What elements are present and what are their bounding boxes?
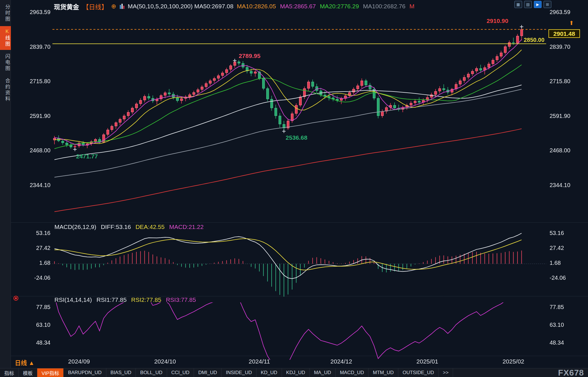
price-axis-label: 2344.10	[28, 182, 50, 188]
price-axis-label: 27.42	[550, 244, 577, 251]
bottom-toolbar: 指标模板VIP指标BARUPDN_UDBIAS_UDBOLL_UDCCI_UDD…	[0, 368, 588, 377]
ma-value-0: MA10:2826.05	[237, 3, 276, 10]
toolbar-tab-OUTSIDE_UD[interactable]: OUTSIDE_UD	[398, 368, 439, 377]
toolbar-tab-CCI_UD[interactable]: CCI_UD	[167, 368, 194, 377]
plus-circle-icon[interactable]: ⊕	[111, 3, 116, 10]
indicator-settings-icon[interactable]	[13, 296, 18, 301]
toolbar-tab-指标[interactable]: 指标	[0, 368, 19, 377]
price-axis-label: -24.06	[550, 274, 577, 281]
price-axis-label: 2468.00	[28, 147, 50, 154]
price-axis-label: 2963.59	[550, 9, 577, 15]
toolbar-tab-MACD_UD[interactable]: MACD_UD	[336, 368, 369, 377]
macd-params: MACD(26,12,9)	[54, 224, 96, 230]
ma-value-1: MA5:2865.67	[280, 3, 316, 10]
sidebar-item-tick-chart[interactable]: 闪电图	[0, 51, 11, 74]
ma-settings-label: MA(50,10,5,20,100,200) MA50:2697.08	[128, 3, 234, 10]
toolbar-tab->>[interactable]: >>	[439, 368, 453, 377]
price-axis-label: 48.34	[550, 339, 577, 346]
price-axis-label: 2715.80	[28, 78, 50, 85]
price-axis-label: 63.10	[550, 321, 577, 328]
ma-values: MA10:2826.05MA5:2865.67MA20:2776.29MA100…	[237, 3, 415, 10]
price-axis-label: 27.42	[28, 244, 50, 251]
toolbar-tab-DMI_UD[interactable]: DMI_UD	[194, 368, 222, 377]
price-axis-label: 2591.90	[28, 112, 50, 119]
toolbar-tab-KDJ_UD[interactable]: KDJ_UD	[282, 368, 310, 377]
macd-macd-value: MACD:21.22	[169, 224, 204, 230]
sidebar-item-contract-info[interactable]: 合约资料	[0, 75, 11, 105]
ma-value-3: MA100:2682.76	[363, 3, 405, 10]
price-annotation: 2789.95	[239, 53, 260, 59]
price-axis-label: 48.34	[28, 339, 50, 346]
time-axis-label: 2024/09	[59, 358, 99, 365]
chart-layout-icons: ▦▤▶⊞	[514, 1, 551, 8]
ma-value-4: M	[409, 3, 415, 10]
price-axis-label: 2591.90	[550, 112, 577, 119]
toolbar-tab-MA_UD[interactable]: MA_UD	[310, 368, 336, 377]
chart-header: 现货黄金 【日线】 ⊕ MA(50,10,5,20,100,200) MA50:…	[54, 2, 415, 11]
rsi1-value: RSI1:77.85	[97, 296, 127, 303]
price-axis-label: 53.16	[550, 230, 577, 236]
period-tag[interactable]: 【日线】	[83, 2, 108, 11]
price-axis-label: 2344.10	[550, 182, 577, 188]
toolbar-tab-MTM_UD[interactable]: MTM_UD	[369, 368, 398, 377]
price-axis-label: 63.10	[28, 321, 50, 328]
price-axis-label: -24.06	[28, 274, 50, 281]
toolbar-tab-BARUPDN_UD[interactable]: BARUPDN_UD	[64, 368, 106, 377]
price-axis-label: 77.85	[550, 304, 577, 310]
price-annotation: 2910.90	[487, 18, 508, 24]
timeframe-selector[interactable]: 日线 ▲	[15, 358, 35, 367]
time-axis-label: 2024/11	[239, 358, 279, 365]
trading-app: 分时图K线图闪电图合约资料 现货黄金 【日线】 ⊕ MA(50,10,5,20,…	[0, 0, 588, 377]
price-axis-label: 77.85	[28, 304, 50, 310]
time-axis-label: 2025/02	[493, 358, 534, 365]
toolbar-tab-KD_UD[interactable]: KD_UD	[256, 368, 282, 377]
play-forward-icon[interactable]: ▶	[534, 1, 542, 8]
price-axis-label: 2715.80	[550, 78, 577, 85]
split-layout-icon[interactable]: ▤	[524, 1, 532, 8]
time-axis-label: 2024/12	[321, 358, 361, 365]
price-line-label: 2850.00	[516, 37, 544, 43]
brand-watermark: FX678	[558, 368, 584, 377]
toolbar-tab-INSIDE_UD[interactable]: INSIDE_UD	[222, 368, 256, 377]
price-annotation: 2536.68	[286, 134, 307, 141]
rsi-params: RSI(14,14,14)	[54, 296, 92, 303]
toolbar-tab-VIP指标[interactable]: VIP指标	[37, 368, 64, 377]
macd-dea-value: DEA:42.55	[136, 224, 165, 230]
toolbar-tab-模板[interactable]: 模板	[19, 368, 37, 377]
rsi-label-row: RSI(14,14,14) RSI1:77.85 RSI2:77.85 RSI3…	[54, 296, 196, 303]
toolbar-tab-BOLL_UD[interactable]: BOLL_UD	[136, 368, 167, 377]
price-axis-label: 1.68	[550, 259, 577, 266]
price-axis-label: 2839.70	[550, 43, 577, 50]
price-annotation: 2471.77	[76, 153, 98, 160]
new-window-icon[interactable]: ⊞	[544, 1, 551, 8]
symbol-name: 现货黄金	[54, 2, 79, 11]
toolbar-tab-BIAS_UD[interactable]: BIAS_UD	[106, 368, 136, 377]
rsi3-value: RSI3:77.85	[166, 296, 196, 303]
chart-canvas[interactable]	[0, 0, 588, 377]
latest-arrow-icon[interactable]: ⬆	[569, 20, 574, 26]
last-price-tag: 2901.48	[548, 29, 580, 38]
time-axis-label: 2024/10	[145, 358, 185, 365]
accent-char: K	[5, 29, 10, 35]
price-axis-label: 2839.70	[28, 43, 50, 50]
macd-label-row: MACD(26,12,9) DIFF:53.16 DEA:42.55 MACD:…	[54, 224, 204, 230]
price-axis-label: 1.68	[28, 259, 50, 266]
price-axis-label: 2468.00	[550, 147, 577, 154]
sidebar: 分时图K线图闪电图合约资料	[0, 0, 11, 368]
chart-type-icon[interactable]	[120, 4, 124, 9]
sidebar-item-time-chart[interactable]: 分时图	[0, 2, 11, 25]
grid-layout-icon[interactable]: ▦	[514, 1, 522, 8]
price-axis-label: 53.16	[28, 230, 50, 236]
rsi2-value: RSI2:77.85	[131, 296, 161, 303]
ma-value-2: MA20:2776.29	[320, 3, 359, 10]
time-axis-label: 2025/01	[407, 358, 447, 365]
macd-diff-value: DIFF:53.16	[101, 224, 131, 230]
price-axis-label: 2963.59	[28, 9, 50, 15]
sidebar-item-kline-chart[interactable]: K线图	[0, 26, 11, 50]
